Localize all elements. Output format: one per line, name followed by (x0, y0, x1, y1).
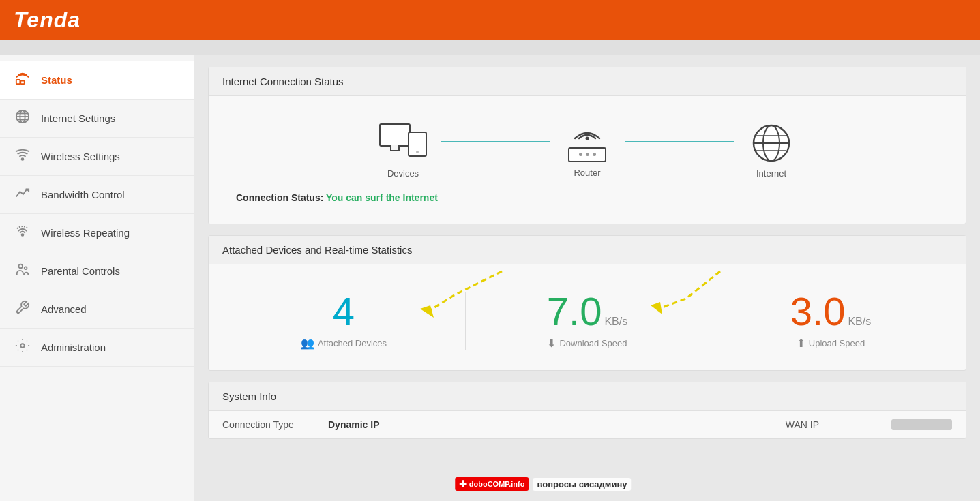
upload-icon: ⬆ (797, 337, 805, 350)
stats-grid: 4 👥 Attached Devices 7.0 KB/s (222, 278, 952, 356)
sidebar-label-internet-settings: Internet Settings (41, 112, 115, 124)
system-info-row: Connection Type Dynamic IP WAN IP ██████… (209, 411, 966, 438)
svg-point-7 (22, 158, 24, 160)
sidebar-item-administration[interactable]: Administration (0, 329, 194, 367)
svg-rect-0 (16, 80, 20, 84)
devices-label: Devices (387, 168, 419, 179)
connection-status-line: Connection Status: You can surf the Inte… (222, 185, 952, 210)
stat-attached-devices: 4 👥 Attached Devices (222, 292, 466, 350)
line-router-internet (625, 141, 734, 142)
router-label: Router (574, 168, 600, 178)
attached-devices-title: Attached Devices and Real-time Statistic… (209, 236, 966, 264)
sidebar-item-bandwidth-control[interactable]: Bandwidth Control (0, 176, 194, 214)
sidebar-item-advanced[interactable]: Advanced (0, 290, 194, 329)
stat-upload-speed: 3.0 KB/s ⬆ Upload Speed (709, 292, 952, 350)
administration-icon (14, 338, 31, 356)
connection-type-value: Dynamic IP (328, 419, 379, 430)
upload-speed-unit: KB/s (848, 316, 871, 328)
router-icon (565, 125, 610, 162)
connection-status-prefix: Connection Status: (236, 192, 323, 203)
attached-devices-body: 4 👥 Attached Devices 7.0 KB/s (209, 264, 966, 370)
subheader-bar (0, 40, 980, 55)
download-speed-label: Download Speed (559, 338, 627, 348)
sidebar-label-advanced: Advanced (41, 303, 87, 315)
advanced-icon (14, 300, 31, 318)
sidebar-label-bandwidth-control: Bandwidth Control (41, 189, 125, 200)
sidebar-item-internet-settings[interactable]: Internet Settings (0, 100, 194, 138)
parental-controls-icon (14, 262, 31, 280)
connection-status-value: You can surf the Internet (326, 192, 438, 203)
attached-devices-icon: 👥 (301, 337, 314, 350)
wireless-settings-icon (14, 147, 31, 166)
connection-type-pair: Connection Type Dynamic IP (222, 419, 758, 430)
globe-icon (752, 123, 791, 163)
system-info-title: System Info (209, 382, 966, 411)
svg-point-9 (19, 264, 23, 269)
download-speed-value: 7.0 (547, 292, 602, 331)
svg-point-12 (586, 136, 589, 140)
wan-ip-label: WAN IP (786, 419, 881, 430)
sidebar-item-parental-controls[interactable]: Parental Controls (0, 252, 194, 290)
upload-value-wrapper: 3.0 KB/s (790, 292, 871, 331)
connection-diagram: Devices (222, 110, 952, 185)
internet-settings-icon (14, 109, 31, 127)
attached-devices-label: Attached Devices (318, 338, 387, 348)
logo: Tenda (14, 7, 80, 33)
connection-type-label: Connection Type (222, 419, 318, 430)
svg-point-8 (22, 234, 24, 236)
download-label-row: ⬇ Download Speed (547, 337, 627, 350)
download-value-wrapper: 7.0 KB/s (547, 292, 627, 331)
sidebar-item-status[interactable]: Status (0, 61, 194, 100)
main-layout: Status Internet Settings (0, 55, 980, 501)
diagram-internet: Internet (737, 123, 805, 179)
sidebar-label-administration: Administration (41, 341, 106, 353)
download-icon: ⬇ (547, 337, 556, 350)
attached-count-wrapper: 4 (333, 292, 355, 331)
status-icon (14, 71, 31, 89)
sidebar: Status Internet Settings (0, 55, 194, 501)
line-devices-router (441, 141, 550, 142)
sidebar-item-wireless-settings[interactable]: Wireless Settings (0, 138, 194, 176)
content-area: Internet Connection Status (194, 55, 980, 501)
upload-speed-value: 3.0 (790, 292, 846, 331)
devices-icon (379, 123, 427, 163)
svg-point-10 (25, 267, 27, 269)
upload-speed-label: Upload Speed (809, 338, 865, 348)
bandwidth-control-icon (14, 185, 31, 204)
sidebar-label-status: Status (41, 74, 72, 86)
system-info-section: System Info Connection Type Dynamic IP W… (208, 382, 966, 439)
attached-devices-label-row: 👥 Attached Devices (301, 337, 387, 350)
sidebar-label-wireless-repeating: Wireless Repeating (41, 227, 130, 239)
stat-download-speed: 7.0 KB/s ⬇ Download Speed (466, 292, 709, 350)
download-speed-unit: KB/s (604, 316, 627, 328)
wan-ip-pair: WAN IP █████████ (786, 419, 952, 430)
diagram-router: Router (553, 125, 621, 178)
sidebar-item-wireless-repeating[interactable]: Wireless Repeating (0, 214, 194, 252)
attached-count-value: 4 (333, 292, 355, 331)
diagram-devices: Devices (369, 123, 437, 179)
svg-rect-1 (20, 81, 25, 85)
internet-connection-section: Internet Connection Status (208, 67, 966, 224)
svg-point-11 (20, 344, 25, 348)
internet-connection-body: Devices (209, 96, 966, 224)
wireless-repeating-icon (14, 224, 31, 242)
internet-connection-title: Internet Connection Status (209, 67, 966, 96)
attached-devices-section: Attached Devices and Real-time Statistic… (208, 235, 966, 371)
internet-label: Internet (756, 168, 786, 179)
header: Tenda (0, 0, 980, 40)
upload-label-row: ⬆ Upload Speed (797, 337, 865, 350)
sidebar-label-parental-controls: Parental Controls (41, 265, 120, 277)
sidebar-label-wireless-settings: Wireless Settings (41, 151, 120, 162)
wan-ip-value: █████████ (891, 419, 952, 430)
